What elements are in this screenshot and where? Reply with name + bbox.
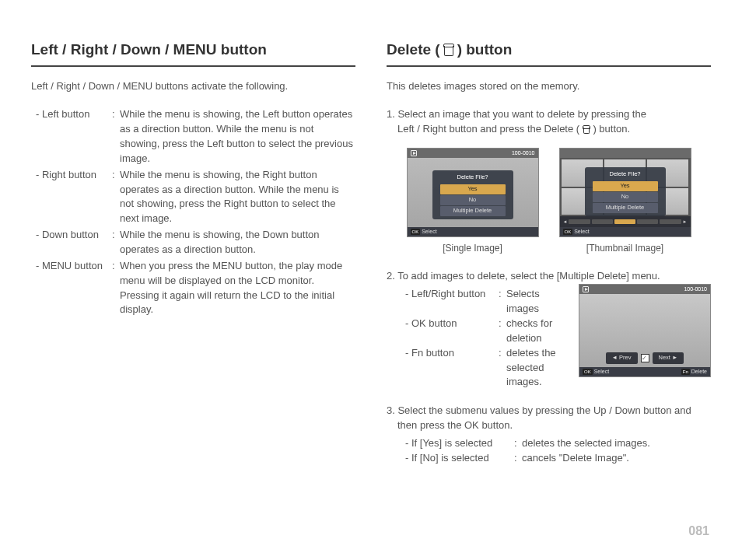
def-left-button: - Left button : While the menu is showin… [31,107,355,166]
step-2: 2. To add images to delete, select the [… [387,269,711,390]
play-icon [411,150,417,156]
caption-thumbnail: [Thumbnail Image] [559,242,691,255]
single-image-screenshot: 100-0010 Delete File? Yes No Multiple De… [407,148,539,255]
delete-dialog: Delete File? Yes No Multiple Delete [585,167,666,216]
sub-no: - If [No] is selected : cancels "Delete … [405,451,711,466]
delete-dialog: Delete File? Yes No Multiple Delete [432,170,513,219]
trash-icon [443,44,454,56]
left-column: Left / Right / Down / MENU button Left /… [31,39,355,474]
step-1: 1. Select an image that you want to dele… [387,107,711,255]
sub-fn: - Fn button : deletes the selected image… [405,346,569,390]
play-icon [583,286,589,292]
thumbnail-image-screenshot: Delete File? Yes No Multiple Delete ◄ ► … [559,148,691,255]
sub-yes: - If [Yes] is selected : deletes the sel… [405,436,711,451]
screenshot-row: 100-0010 Delete File? Yes No Multiple De… [387,148,711,255]
right-intro: This deletes images stored on the memory… [387,79,711,94]
def-right-button: - Right button : While the menu is showi… [31,168,355,226]
prev-next-bar: ◄ Prev ✓ Next ► [579,352,710,364]
right-column: Delete ( ) button This deletes images st… [387,39,711,474]
def-menu-button: - MENU button : When you press the MENU … [31,259,355,317]
sub-ok: - OK button : checks for deletion [405,317,569,346]
step-3: 3. Select the submenu values by pressing… [387,404,711,465]
check-icon: ✓ [641,354,649,362]
def-down-button: - Down button : While the menu is showin… [31,228,355,257]
caption-single: [Single Image] [407,242,539,255]
page-number: 081 [688,522,709,540]
left-intro: Left / Right / Down / MENU buttons activ… [31,79,355,94]
multiple-delete-screenshot: 100-0010 ◄ Prev ✓ Next ► OK Select Fn De… [579,284,711,377]
thumbnail-scrollbar: ◄ ► [560,216,691,227]
trash-icon [583,125,590,134]
sub-leftright: - Left/Right button : Selects images [405,287,569,317]
heading-left: Left / Right / Down / MENU button [31,39,355,67]
heading-right: Delete ( ) button [387,39,711,67]
